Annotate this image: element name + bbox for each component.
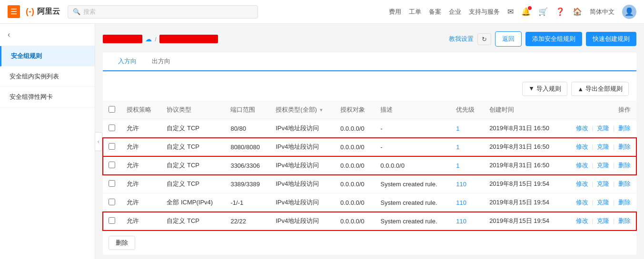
nav-item-ticket[interactable]: 工单 <box>409 8 421 16</box>
content-card: 入方向 出方向 ▲ 导入规则 ▲ 导出全部规则 <box>103 52 636 255</box>
return-button[interactable]: 返回 <box>495 31 522 47</box>
row-actions: 修改 | 克隆 | 删除 <box>563 138 636 156</box>
header-checkbox-col <box>103 101 121 119</box>
clone-link-5[interactable]: 克隆 <box>597 217 609 224</box>
sidebar-item-security-rules[interactable]: 安全组规则 <box>0 46 95 67</box>
row-auth-type: IPv4地址段访问 <box>270 212 335 230</box>
row-auth-obj: 0.0.0.0/0 <box>335 212 375 230</box>
tab-outbound[interactable]: 出方向 <box>144 52 178 71</box>
modify-link-5[interactable]: 修改 <box>576 217 588 224</box>
search-icon: 🔍 <box>73 8 80 15</box>
header-auth-type[interactable]: 授权类型(全部) ▾ <box>270 101 335 119</box>
row-protocol: 自定义 TCP <box>161 119 225 138</box>
row-create-time: 2019年8月15日 19:54 <box>484 175 563 193</box>
nav-item-record[interactable]: 备案 <box>429 8 441 16</box>
row-auth-type: IPv4地址段访问 <box>270 156 335 175</box>
nav-item-support[interactable]: 支持与服务 <box>469 8 500 16</box>
cart-icon[interactable]: 🛒 <box>538 7 548 16</box>
header-desc: 描述 <box>375 101 450 119</box>
main-content: ☁ / 教我设置 ↻ 返回 添加安全组规则 快速创建规则 入方向 出方向 <box>95 24 644 259</box>
header-protocol: 协议类型 <box>161 101 225 119</box>
delete-link-1[interactable]: 删除 <box>618 143 631 150</box>
tabs-container: 入方向 出方向 <box>103 52 636 71</box>
row-create-time: 2019年8月31日 16:50 <box>484 138 563 156</box>
mail-icon[interactable]: ✉ <box>507 7 514 16</box>
logo-icon: (-) <box>26 7 34 17</box>
row-checkbox-1[interactable] <box>109 143 115 150</box>
import-rule-button[interactable]: ▲ 导入规则 <box>522 82 567 96</box>
tab-inbound[interactable]: 入方向 <box>110 52 144 71</box>
nav-item-enterprise[interactable]: 企业 <box>449 8 461 16</box>
modify-link-4[interactable]: 修改 <box>576 199 588 206</box>
row-desc: System created rule. <box>375 175 450 193</box>
clone-link-4[interactable]: 克隆 <box>597 199 609 206</box>
refresh-icon: ↻ <box>482 36 487 43</box>
row-policy: 允许 <box>121 156 161 175</box>
header-create-time: 创建时间 <box>484 101 563 119</box>
row-protocol: 自定义 TCP <box>161 138 225 156</box>
search-bar[interactable]: 🔍 搜索 <box>68 5 258 19</box>
help-icon[interactable]: ❓ <box>555 7 565 16</box>
header-policy: 授权策略 <box>121 101 161 119</box>
header-port: 端口范围 <box>225 101 270 119</box>
delete-link-4[interactable]: 删除 <box>618 199 631 206</box>
delete-link-5[interactable]: 删除 <box>618 217 631 224</box>
row-actions: 修改 | 克隆 | 删除 <box>563 193 636 212</box>
main-layout: ‹ 安全组规则 安全组内实例列表 安全组弹性网卡 ‹ ☁ / 教我设置 <box>0 24 644 259</box>
nav-item-fee[interactable]: 费用 <box>389 8 401 16</box>
clone-link-3[interactable]: 克隆 <box>597 180 609 187</box>
clone-link-0[interactable]: 克隆 <box>597 125 609 132</box>
lang-switch[interactable]: 简体中文 <box>590 8 614 16</box>
modify-link-1[interactable]: 修改 <box>576 143 588 150</box>
quick-create-button[interactable]: 快速创建规则 <box>586 32 636 46</box>
row-auth-obj: 0.0.0.0/0 <box>335 175 375 193</box>
row-checkbox-2[interactable] <box>109 162 115 168</box>
sidebar-item-elastic-nic[interactable]: 安全组弹性网卡 <box>0 87 95 107</box>
notification-badge[interactable]: 🔔 <box>521 7 531 16</box>
row-desc: - <box>375 138 450 156</box>
user-avatar[interactable]: 👤 <box>622 5 636 19</box>
home-icon[interactable]: 🏠 <box>573 7 582 16</box>
row-priority: 1 <box>450 119 484 138</box>
refresh-button[interactable]: ↻ <box>477 33 491 45</box>
nav-left: ☰ (-) 阿里云 <box>8 5 60 18</box>
row-auth-type: IPv4地址段访问 <box>270 119 335 138</box>
row-auth-obj: 0.0.0.0/0 <box>335 138 375 156</box>
footer-delete-button[interactable]: 删除 <box>109 236 135 250</box>
auth-type-dropdown-icon[interactable]: ▾ <box>320 107 323 113</box>
select-all-checkbox[interactable] <box>109 106 115 113</box>
row-checkbox-3[interactable] <box>109 180 115 187</box>
delete-link-0[interactable]: 删除 <box>618 125 631 132</box>
modify-link-0[interactable]: 修改 <box>576 125 588 132</box>
menu-icon[interactable]: ☰ <box>8 5 20 18</box>
modify-link-2[interactable]: 修改 <box>576 162 588 169</box>
row-auth-obj: 0.0.0.0/0 <box>335 156 375 175</box>
breadcrumb-part1-redacted <box>103 35 142 43</box>
clone-link-2[interactable]: 克隆 <box>597 162 609 169</box>
delete-link-2[interactable]: 删除 <box>618 162 631 169</box>
row-checkbox-0[interactable] <box>109 125 115 131</box>
logo[interactable]: (-) 阿里云 <box>26 7 60 17</box>
row-checkbox-4[interactable] <box>109 199 115 205</box>
sidebar-item-instance-list[interactable]: 安全组内实例列表 <box>0 67 95 87</box>
row-actions: 修改 | 克隆 | 删除 <box>563 119 636 138</box>
back-icon: ‹ <box>8 30 10 38</box>
help-setting-button[interactable]: 教我设置 <box>449 35 474 43</box>
add-rule-button[interactable]: 添加安全组规则 <box>525 32 582 46</box>
sidebar-back-button[interactable]: ‹ <box>0 24 95 46</box>
row-policy: 允许 <box>121 175 161 193</box>
table-row: 允许 自定义 TCP 80/80 IPv4地址段访问 0.0.0.0/0 - 1… <box>103 119 636 138</box>
row-policy: 允许 <box>121 138 161 156</box>
row-actions: 修改 | 克隆 | 删除 <box>563 175 636 193</box>
delete-link-3[interactable]: 删除 <box>618 180 631 187</box>
row-create-time: 2019年8月31日 16:50 <box>484 156 563 175</box>
chevron-left-icon: ‹ <box>98 138 99 145</box>
sidebar-item-label-1: 安全组内实例列表 <box>10 73 59 80</box>
export-rule-button[interactable]: ▲ 导出全部规则 <box>571 82 629 96</box>
row-checkbox-5[interactable] <box>109 217 115 224</box>
breadcrumb-part2-redacted <box>159 35 218 43</box>
modify-link-3[interactable]: 修改 <box>576 180 588 187</box>
clone-link-1[interactable]: 克隆 <box>597 143 609 150</box>
nav-right: 费用 工单 备案 企业 支持与服务 ✉ 🔔 🛒 ❓ 🏠 简体中文 👤 <box>389 5 636 19</box>
sidebar-collapse-handle[interactable]: ‹ <box>95 132 102 151</box>
